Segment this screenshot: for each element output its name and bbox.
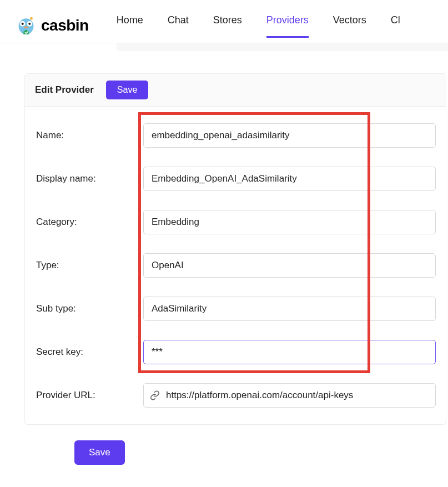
label-type: Type: xyxy=(35,260,143,271)
row-type: Type: xyxy=(35,253,436,278)
highlight-box xyxy=(138,112,370,373)
nav-providers[interactable]: Providers xyxy=(266,14,309,38)
brand-name: casbin xyxy=(41,17,89,34)
brand-logo[interactable]: casbin xyxy=(16,15,89,36)
main-nav: Home Chat Stores Providers Vectors Cl xyxy=(117,8,400,43)
nav-vectors[interactable]: Vectors xyxy=(333,14,366,38)
type-input[interactable] xyxy=(143,253,436,278)
edit-provider-card: Edit Provider Save Name: Display name: C… xyxy=(24,73,446,425)
svg-point-4 xyxy=(28,22,31,24)
sub-type-input[interactable] xyxy=(143,297,436,321)
row-display-name: Display name: xyxy=(35,167,436,191)
row-provider-url: Provider URL: xyxy=(35,383,436,408)
svg-point-3 xyxy=(22,22,24,24)
label-secret-key: Secret key: xyxy=(35,347,143,358)
provider-url-input[interactable] xyxy=(143,383,436,408)
label-display-name: Display name: xyxy=(35,173,143,184)
row-sub-type: Sub type: xyxy=(35,297,436,321)
page-content: Edit Provider Save Name: Display name: C… xyxy=(0,51,448,465)
save-button-top[interactable]: Save xyxy=(106,81,148,99)
link-icon xyxy=(150,390,160,400)
nav-stores[interactable]: Stores xyxy=(213,14,242,38)
category-input[interactable] xyxy=(143,210,436,234)
top-nav: casbin Home Chat Stores Providers Vector… xyxy=(0,0,448,43)
secret-key-input[interactable] xyxy=(143,340,436,364)
nav-home[interactable]: Home xyxy=(117,14,143,38)
provider-url-wrap xyxy=(143,383,436,408)
row-name: Name: xyxy=(35,123,436,148)
label-provider-url: Provider URL: xyxy=(35,390,143,401)
sub-bar xyxy=(117,43,448,51)
label-name: Name: xyxy=(35,130,143,141)
footer-save-wrap: Save xyxy=(74,440,448,465)
row-secret-key: Secret key: xyxy=(35,340,436,364)
card-body: Name: Display name: Category: Type: Sub … xyxy=(25,107,446,424)
row-category: Category: xyxy=(35,210,436,234)
label-sub-type: Sub type: xyxy=(35,303,143,314)
card-title: Edit Provider xyxy=(35,84,94,96)
label-category: Category: xyxy=(35,217,143,228)
nav-chat[interactable]: Chat xyxy=(168,14,189,38)
nav-clipped[interactable]: Cl xyxy=(391,14,400,38)
card-header: Edit Provider Save xyxy=(25,74,446,107)
casbin-logo-icon xyxy=(16,15,37,36)
svg-rect-5 xyxy=(24,26,28,28)
save-button-bottom[interactable]: Save xyxy=(74,440,125,465)
display-name-input[interactable] xyxy=(143,167,436,191)
name-input[interactable] xyxy=(143,123,436,148)
